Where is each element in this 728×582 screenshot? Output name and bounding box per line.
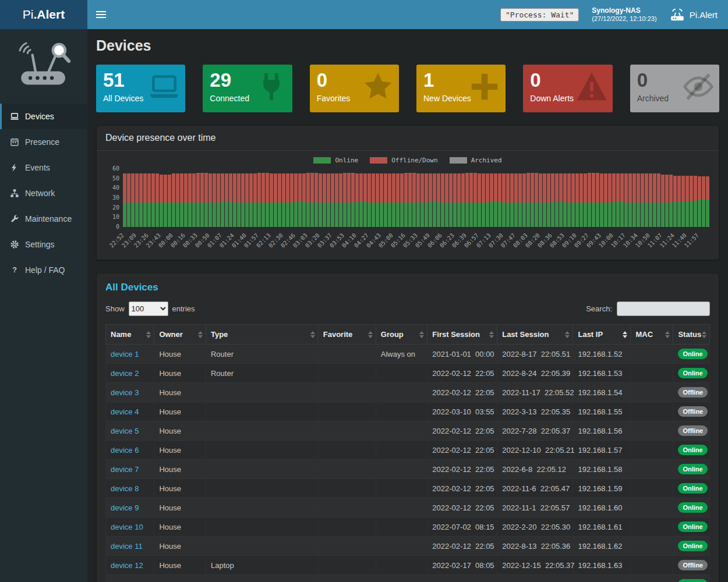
column-header-first-session[interactable]: First Session xyxy=(427,325,497,345)
device-link[interactable]: device 3 xyxy=(111,388,139,397)
warning-icon xyxy=(575,70,608,103)
card-archived[interactable]: 0Archived xyxy=(630,65,719,112)
status-badge: Offline xyxy=(678,406,708,417)
chart-bar xyxy=(616,173,620,227)
laptop-icon xyxy=(10,112,19,121)
sidebar-item-network[interactable]: Network xyxy=(0,180,87,206)
device-link[interactable]: device 11 xyxy=(111,542,143,551)
column-header-status[interactable]: Status xyxy=(673,325,710,345)
first-session-cell: 2022-07-02 08:15 xyxy=(427,517,497,537)
device-link[interactable]: device 13 xyxy=(111,580,143,582)
sort-icon xyxy=(489,331,494,338)
group-cell xyxy=(376,441,427,460)
status-cell: Online xyxy=(673,441,710,460)
chart-bar xyxy=(372,173,375,227)
chart-bar xyxy=(147,173,151,227)
last-session-cell: 2022-6-8 22:05.12 xyxy=(497,460,573,479)
chart-bar xyxy=(628,173,632,227)
sidebar-item-label: Network xyxy=(25,189,55,198)
card-down-alerts[interactable]: 0Down Alerts xyxy=(523,65,612,112)
sidebar-item-label: Settings xyxy=(25,240,55,249)
status-cell: Online xyxy=(673,364,710,383)
favorite-cell xyxy=(318,575,376,582)
chart-bar xyxy=(445,173,448,227)
chart-bar xyxy=(188,173,192,227)
owner-cell: House xyxy=(154,364,206,383)
chart-bar xyxy=(469,173,473,227)
owner-cell: House xyxy=(154,575,206,582)
group-cell xyxy=(376,460,427,479)
column-header-last-ip[interactable]: Last IP xyxy=(573,325,631,345)
brand-alert: .Alert xyxy=(34,8,65,22)
chart-bar xyxy=(139,173,143,227)
chart-bar xyxy=(323,173,326,227)
process-status-badge[interactable]: "Process: Wait" xyxy=(500,8,579,22)
first-session-cell: 2022-02-12 22:05 xyxy=(427,421,497,441)
brand-pi: Pi xyxy=(23,8,34,22)
device-link[interactable]: device 5 xyxy=(111,427,139,435)
hamburger-menu-icon[interactable] xyxy=(87,0,114,29)
x-tick: 11:57 xyxy=(698,227,710,255)
chart-bar xyxy=(204,173,208,227)
devices-table: NameOwnerTypeFavoriteGroupFirst SessionL… xyxy=(105,324,710,582)
device-link[interactable]: device 4 xyxy=(111,407,139,416)
owner-cell: House xyxy=(154,345,206,364)
legend-swatch xyxy=(313,157,331,164)
brand-logo[interactable]: Pi.Alert xyxy=(0,0,87,29)
last-session-cell: 2022-8-24 22:05.39 xyxy=(497,364,573,383)
device-link[interactable]: device 6 xyxy=(111,446,139,455)
last-ip-cell: 192.168.1.63 xyxy=(573,556,631,575)
chart-bar xyxy=(612,173,616,227)
device-link[interactable]: device 2 xyxy=(111,369,139,378)
chart-bar xyxy=(535,173,538,227)
chart-bar xyxy=(172,173,175,227)
last-session-cell: 2022-7-28 22:05.37 xyxy=(497,421,573,441)
column-header-owner[interactable]: Owner xyxy=(154,325,206,345)
chart-bar xyxy=(233,173,236,227)
sidebar-item-devices[interactable]: Devices xyxy=(0,104,87,129)
column-header-favorite[interactable]: Favorite xyxy=(318,325,376,345)
favorite-cell xyxy=(318,517,376,537)
sort-icon xyxy=(623,331,627,338)
device-name-cell: device 4 xyxy=(106,402,154,421)
chart-bar xyxy=(531,173,534,227)
search-input[interactable] xyxy=(617,301,710,316)
sidebar-item-settings[interactable]: Settings xyxy=(0,232,87,257)
summary-cards: 51All Devices29Connected0Favorites1New D… xyxy=(96,65,719,112)
column-header-name[interactable]: Name xyxy=(106,325,154,345)
device-link[interactable]: device 1 xyxy=(111,350,139,359)
page-size-select[interactable]: 100 xyxy=(129,301,168,316)
device-link[interactable]: device 12 xyxy=(111,561,143,570)
device-link[interactable]: device 7 xyxy=(111,465,139,474)
chart-bar xyxy=(661,175,665,227)
card-connected[interactable]: 29Connected xyxy=(203,65,292,112)
column-header-type[interactable]: Type xyxy=(206,325,318,345)
group-cell xyxy=(376,402,427,421)
chart-bar xyxy=(278,173,281,227)
sidebar-item-maintenance[interactable]: Maintenance xyxy=(0,206,87,232)
sidebar-item-presence[interactable]: Presence xyxy=(0,129,87,155)
device-link[interactable]: device 8 xyxy=(111,484,139,493)
chart-bar xyxy=(637,173,640,227)
card-all-devices[interactable]: 51All Devices xyxy=(96,65,185,112)
y-tick-label: 20 xyxy=(112,204,119,211)
sidebar-item-help-faq[interactable]: ?Help / FAQ xyxy=(0,257,87,283)
device-link[interactable]: device 10 xyxy=(111,523,143,531)
favorite-cell xyxy=(318,537,376,556)
card-new-devices[interactable]: 1New Devices xyxy=(416,65,506,112)
mac-cell xyxy=(631,441,673,460)
type-cell xyxy=(206,479,318,498)
user-menu[interactable]: Pi.Alert xyxy=(670,7,718,22)
group-cell xyxy=(376,556,427,575)
gear-icon xyxy=(10,240,19,249)
column-header-group[interactable]: Group xyxy=(376,325,427,345)
column-header-last-session[interactable]: Last Session xyxy=(497,325,573,345)
sidebar-item-events[interactable]: Events xyxy=(0,155,87,180)
column-header-mac[interactable]: MAC xyxy=(631,325,673,345)
owner-cell: House xyxy=(154,460,206,479)
chart-bar xyxy=(420,173,424,227)
card-favorites[interactable]: 0Favorites xyxy=(310,65,399,112)
device-link[interactable]: device 9 xyxy=(111,503,139,512)
chart-bar xyxy=(494,173,497,227)
chart-legend: OnlineOffline/DownArchived xyxy=(97,151,719,168)
